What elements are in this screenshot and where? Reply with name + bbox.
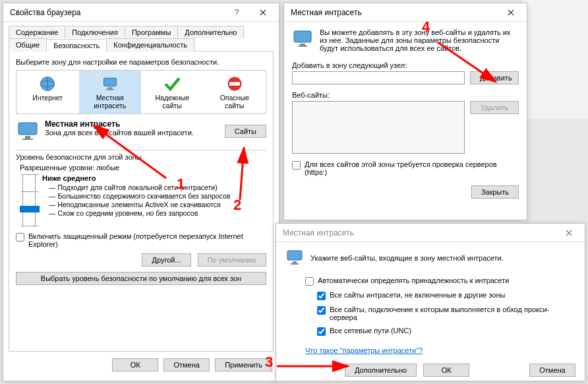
tab-advanced[interactable]: Дополнительно: [177, 26, 244, 38]
intranet-params-link[interactable]: Что такое "параметры интрасети"?: [305, 346, 423, 354]
zone-restricted[interactable]: Опасные сайты: [204, 71, 266, 113]
svg-rect-14: [293, 261, 297, 263]
dlg1-cancel-button[interactable]: Отмена: [163, 358, 210, 371]
svg-rect-8: [25, 136, 30, 139]
default-level-button[interactable]: По умолчанию: [198, 253, 266, 267]
dlg1-close-btn[interactable]: [250, 5, 276, 20]
monitor-icon: [292, 28, 313, 49]
svg-rect-13: [287, 251, 302, 260]
level-point: — Подходит для сайтов локальной сети (ин…: [49, 183, 230, 192]
custom-level-button[interactable]: Другой...: [142, 253, 191, 267]
dlg3-title: Местная интрасеть: [283, 228, 556, 238]
dlg3-intro: Укажите веб-сайты, входящие в зону местн…: [310, 254, 504, 262]
svg-rect-10: [294, 31, 311, 42]
svg-rect-2: [103, 78, 116, 86]
level-group-header: Уровень безопасности для этой зоны: [16, 153, 266, 161]
dlg1-ok-button[interactable]: ОК: [112, 358, 158, 371]
level-name: Ниже среднего: [42, 174, 230, 182]
monitor-icon-large: [16, 119, 40, 143]
dlg1-title: Свойства браузера: [10, 8, 223, 17]
svg-rect-3: [107, 87, 112, 89]
tab-privacy[interactable]: Конфиденциальность: [106, 38, 194, 51]
monitor-icon: [101, 75, 119, 93]
dlg1-apply-button[interactable]: Применить: [215, 358, 272, 371]
protected-mode-label: Включить защищенный режим (потребуется п…: [28, 232, 266, 248]
level-point: — Большинство содержимого скачивается бе…: [49, 192, 230, 201]
dlg1-titlebar: Свойства браузера ?: [3, 3, 279, 22]
dlg3-close-btn[interactable]: [556, 225, 582, 241]
svg-rect-11: [300, 44, 305, 46]
auto-detect-checkbox[interactable]: [305, 277, 314, 286]
cb-unc-paths-label: Все сетевые пути (UNC): [330, 327, 411, 335]
advanced-button[interactable]: Дополнительно: [345, 364, 417, 377]
zone-description: Зона для всех веб-сайтов вашей интрасети…: [45, 129, 220, 137]
tab-general[interactable]: Общие: [9, 38, 47, 51]
zone-list: Интернет Местная интрасеть Надежные сайт…: [16, 70, 266, 114]
dlg1-help-btn[interactable]: ?: [223, 5, 250, 20]
tab-content[interactable]: Содержание: [9, 26, 65, 38]
add-site-label: Добавить в зону следующий узел:: [292, 61, 519, 69]
zone-intranet[interactable]: Местная интрасеть: [79, 71, 142, 113]
dlg3-titlebar: Местная интрасеть: [276, 224, 585, 242]
remove-button[interactable]: Удалить: [470, 101, 519, 114]
internet-options-dialog: Свойства браузера ? Содержание Подключен…: [3, 3, 279, 381]
slider-thumb[interactable]: [20, 206, 40, 212]
dlg2-titlebar: Местная интрасеть: [284, 3, 527, 22]
close-icon: [566, 230, 572, 236]
svg-rect-6: [229, 82, 240, 85]
dlg2-close-btn[interactable]: [498, 5, 524, 20]
cb-unc-paths[interactable]: [317, 327, 326, 336]
websites-listbox[interactable]: [292, 101, 465, 154]
intranet-sites-dialog: Местная интрасеть Вы можете добавлять в …: [283, 3, 527, 220]
tab-programs[interactable]: Программы: [125, 26, 178, 38]
cb-bypass-proxy[interactable]: [317, 306, 326, 315]
zone-internet[interactable]: Интернет: [16, 71, 79, 113]
close-button[interactable]: Закрыть: [471, 185, 519, 199]
auto-detect-label: Автоматически определять принадлежность …: [318, 276, 509, 284]
require-https-checkbox[interactable]: [292, 161, 301, 170]
require-https-label: Для всех сайтов этой зоны требуется пров…: [305, 160, 519, 176]
svg-rect-7: [18, 123, 37, 135]
level-point: — Неподписанные элементы ActiveX не скач…: [49, 201, 230, 209]
protected-mode-checkbox[interactable]: [16, 233, 24, 241]
add-site-input[interactable]: [292, 71, 465, 84]
security-panel: Выберите зону для настройки ее параметро…: [9, 51, 274, 352]
tab-security[interactable]: Безопасность: [46, 39, 107, 52]
zone-restricted-label: Опасные сайты: [205, 94, 265, 110]
monitor-icon: [285, 249, 304, 267]
tab-connections[interactable]: Подключения: [65, 26, 125, 38]
dlg2-title: Местная интрасеть: [291, 8, 498, 17]
svg-rect-9: [22, 139, 33, 140]
add-button[interactable]: Добавить: [470, 71, 519, 84]
level-point: — Схож со средним уровнем, но без запрос…: [49, 209, 230, 218]
cb-not-other-zones-label: Все сайты интрасети, не включенные в дру…: [330, 291, 506, 299]
svg-rect-12: [298, 46, 307, 47]
no-entry-icon: [225, 75, 244, 93]
cb-not-other-zones[interactable]: [317, 292, 326, 300]
reset-all-zones-button[interactable]: Выбрать уровень безопасности по умолчани…: [16, 272, 266, 285]
security-slider[interactable]: [22, 174, 36, 227]
check-icon: [163, 75, 181, 93]
level-allowed: Разрешенные уровни: любые: [20, 164, 266, 172]
websites-label: Веб-сайты:: [292, 91, 519, 99]
dlg2-intro: Вы можете добавлять в эту зону веб-сайты…: [320, 28, 519, 52]
cb-bypass-proxy-label: Все сайты, подключение к которым выполня…: [330, 305, 575, 321]
svg-rect-4: [106, 89, 114, 90]
svg-rect-15: [291, 263, 299, 265]
zone-trusted[interactable]: Надежные сайты: [141, 71, 204, 113]
zone-header: Местная интрасеть: [45, 119, 220, 129]
sites-button[interactable]: Сайты: [225, 125, 266, 138]
zone-internet-label: Интернет: [18, 94, 78, 102]
close-icon: [508, 9, 514, 16]
close-icon: [260, 9, 266, 16]
dlg3-ok-button[interactable]: ОК: [423, 364, 469, 377]
zone-trusted-label: Надежные сайты: [142, 94, 202, 110]
globe-icon: [38, 75, 57, 93]
zone-prompt: Выберите зону для настройки ее параметро…: [16, 58, 266, 66]
dlg3-cancel-button[interactable]: Отмена: [529, 364, 575, 377]
intranet-detect-dialog: Местная интрасеть Укажите веб-сайты, вхо…: [276, 223, 585, 381]
zone-intranet-label: Местная интрасеть: [80, 94, 140, 110]
